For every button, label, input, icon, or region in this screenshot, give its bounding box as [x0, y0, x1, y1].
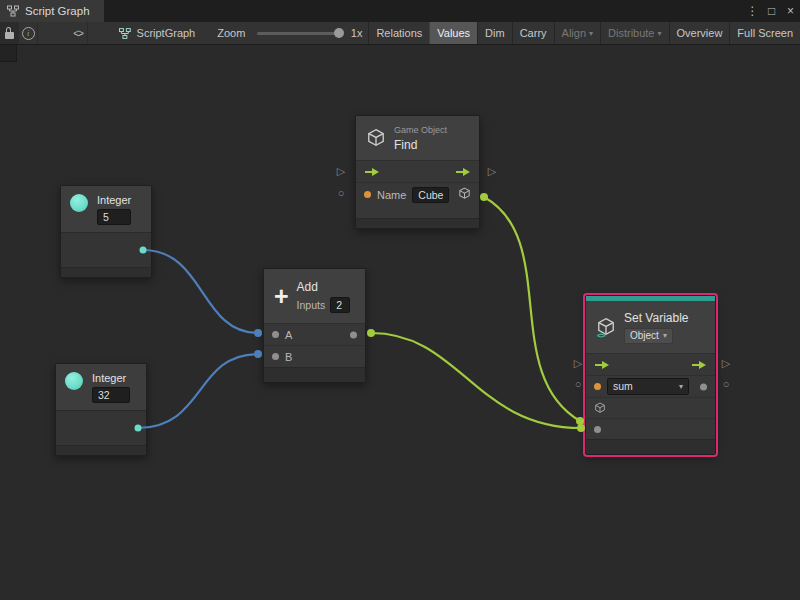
dim-button[interactable]: Dim	[477, 22, 512, 44]
set-variable-header: <> Set Variable Object▾	[586, 301, 715, 353]
integer-output-row	[56, 410, 146, 445]
add-row-a: A	[264, 323, 365, 345]
chevron-down-icon: ▾	[679, 379, 683, 394]
script-graph-asset-icon	[119, 27, 131, 40]
set-variable-name-row: sum▾	[586, 375, 715, 397]
node-title: Integer	[92, 372, 130, 384]
chevron-down-icon: ▾	[589, 29, 593, 38]
info-button[interactable]: i	[19, 22, 38, 44]
zoom-label: Zoom	[217, 27, 245, 39]
port-label: Name	[377, 189, 406, 201]
input-b-port[interactable]	[272, 353, 279, 360]
inputs-count-input[interactable]: 2	[330, 297, 350, 313]
graph-toolbar: i <> ScriptGraph Zoom 1x Relations Value…	[0, 22, 800, 45]
node-find[interactable]: Game Object Find Name Cube	[355, 115, 480, 229]
chevron-down-icon: ▾	[663, 329, 667, 343]
node-set-variable[interactable]: <> Set Variable Object▾ sum▾	[585, 295, 716, 455]
name-input-port[interactable]	[364, 191, 371, 198]
set-variable-flow-out-port[interactable]: ▷	[722, 358, 730, 369]
find-name-in-port[interactable]: ○	[338, 188, 345, 199]
distribute-button[interactable]: Distribute▾	[600, 22, 668, 44]
edge-find-to-setvariable[interactable]	[484, 197, 580, 421]
lock-button[interactable]	[0, 22, 19, 44]
values-button[interactable]: Values	[429, 22, 477, 44]
set-variable-value-in-port[interactable]: ○	[575, 379, 582, 390]
flow-out-arrow-icon[interactable]	[691, 360, 707, 370]
variable-name-port[interactable]	[594, 383, 601, 390]
set-variable-flow-in-port[interactable]: ▷	[574, 358, 582, 369]
integer-output-row	[61, 232, 151, 267]
set-variable-value-out-port[interactable]: ○	[723, 379, 730, 390]
node-spacer	[356, 206, 479, 218]
flow-in-arrow-icon[interactable]	[364, 167, 380, 177]
node-footer	[356, 218, 479, 228]
tab-script-graph[interactable]: Script Graph	[0, 0, 104, 22]
integer-icon	[70, 194, 88, 212]
find-flow-out-port[interactable]: ▷	[488, 166, 496, 177]
input-a-port[interactable]	[272, 331, 279, 338]
maximize-icon[interactable]: □	[762, 4, 781, 18]
set-variable-flow-row	[586, 353, 715, 375]
canvas-corner-toggle[interactable]	[0, 45, 17, 62]
port-label: A	[285, 329, 292, 341]
find-flow-in-port[interactable]: ▷	[337, 166, 345, 177]
zoom-slider[interactable]	[257, 32, 338, 35]
sum-output-port[interactable]	[350, 331, 357, 338]
set-variable-value-row	[586, 418, 715, 439]
integer-value-input[interactable]: 5	[97, 209, 131, 225]
carry-button[interactable]: Carry	[512, 22, 554, 44]
node-footer	[56, 445, 146, 455]
set-variable-object-row	[586, 397, 715, 418]
edge-endpoint	[480, 193, 488, 201]
add-header: + Add Inputs2	[264, 269, 365, 323]
node-integer-1[interactable]: Integer 5	[60, 185, 152, 278]
add-icon: +	[274, 287, 289, 305]
edge-endpoint	[576, 417, 584, 425]
edit-graph-button[interactable]: <>	[69, 22, 88, 44]
value-input-port[interactable]	[594, 426, 601, 433]
integer-header: Integer 32	[56, 364, 146, 410]
variable-name-dropdown[interactable]: sum▾	[607, 378, 689, 395]
flow-out-arrow-icon[interactable]	[455, 167, 471, 177]
window-controls: ⋮ □ ×	[743, 0, 800, 22]
graph-canvas[interactable]: Integer 5 Integer 32	[0, 45, 800, 600]
game-object-output-port[interactable]	[458, 187, 471, 202]
window-menu-icon[interactable]: ⋮	[743, 4, 762, 18]
node-title: Add	[297, 280, 351, 294]
inputs-label: Inputs	[297, 299, 326, 311]
name-value-input[interactable]: Cube	[412, 187, 449, 203]
node-title: Set Variable	[624, 311, 688, 325]
tab-title: Script Graph	[25, 5, 90, 17]
edge-endpoint	[367, 329, 375, 337]
edge-add-to-setvariable[interactable]	[371, 333, 581, 428]
port-label: B	[285, 351, 292, 363]
object-target-port[interactable]	[594, 402, 606, 414]
edge-integer32-to-add-b[interactable]	[138, 354, 258, 428]
find-name-row: Name Cube	[356, 182, 479, 206]
close-icon[interactable]: ×	[781, 4, 800, 18]
node-footer	[264, 367, 365, 382]
align-button[interactable]: Align▾	[554, 22, 600, 44]
node-add[interactable]: + Add Inputs2 A B	[263, 268, 366, 383]
variable-scope-dropdown[interactable]: Object▾	[624, 328, 673, 344]
graph-name-label[interactable]: ScriptGraph	[137, 27, 196, 39]
info-icon: i	[22, 27, 35, 40]
node-title: Find	[394, 138, 447, 152]
zoom-slider-handle[interactable]	[334, 28, 344, 38]
code-icon: <>	[73, 28, 83, 39]
full-screen-button[interactable]: Full Screen	[729, 22, 800, 44]
value-output-port[interactable]	[700, 383, 707, 390]
find-header: Game Object Find	[356, 116, 479, 160]
overview-button[interactable]: Overview	[669, 22, 730, 44]
node-integer-2[interactable]: Integer 32	[55, 363, 147, 456]
integer-value-input[interactable]: 32	[92, 387, 130, 403]
edge-integer5-to-add-a[interactable]	[143, 250, 258, 333]
node-title: Integer	[97, 194, 131, 206]
zoom-value: 1x	[351, 27, 363, 39]
find-flow-row	[356, 160, 479, 182]
code-icon: <>	[597, 331, 604, 340]
relations-button[interactable]: Relations	[368, 22, 429, 44]
edge-endpoint	[254, 350, 262, 358]
flow-in-arrow-icon[interactable]	[594, 360, 610, 370]
toolbar-buttons: Relations Values Dim Carry Align▾ Distri…	[368, 22, 800, 44]
